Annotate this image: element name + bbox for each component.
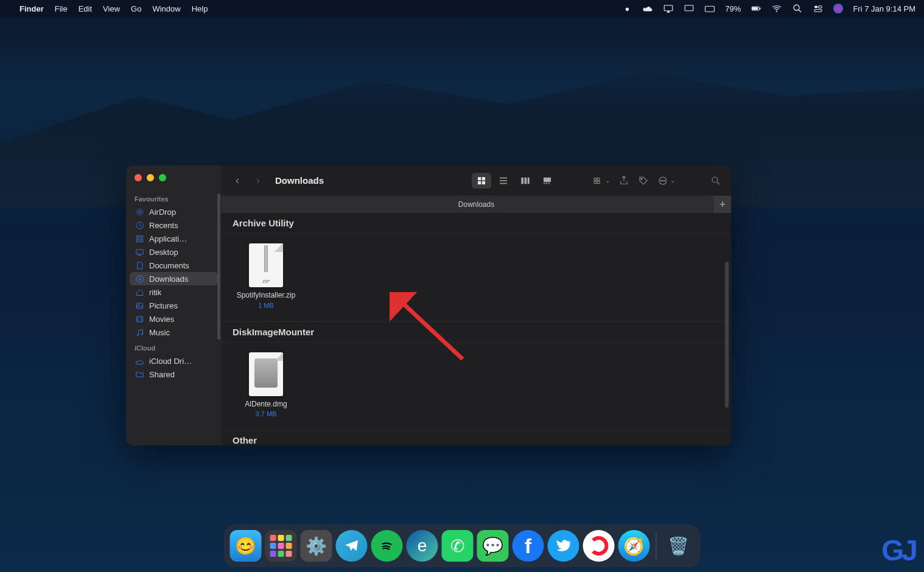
status-keyboard-icon[interactable]: [704, 3, 715, 14]
sidebar-item-documents[interactable]: Documents: [126, 259, 222, 272]
menu-help[interactable]: Help: [192, 4, 208, 13]
dock-facebook[interactable]: f: [513, 530, 544, 562]
watermark-logo: GJ: [881, 534, 915, 567]
status-display-icon[interactable]: [684, 3, 695, 14]
maximize-button[interactable]: [159, 174, 166, 181]
share-button[interactable]: [618, 175, 629, 186]
dock-telegram[interactable]: [336, 530, 368, 562]
sidebar-item-label: Documents: [149, 261, 189, 270]
dock: 😊 ⚙️ e ✆ 💬 f 🧭 🗑️: [224, 525, 701, 567]
sidebar-item-pictures[interactable]: Pictures: [126, 299, 222, 312]
content-area: ‹ › Downloads ⌄ ⌄ Downloads + A: [222, 166, 731, 445]
dock-finder[interactable]: 😊: [230, 530, 262, 562]
svg-point-7: [794, 5, 799, 10]
svg-rect-32: [500, 180, 507, 181]
dock-opera[interactable]: [583, 530, 615, 562]
svg-rect-17: [140, 235, 142, 238]
file-icon: [249, 352, 283, 396]
menubar: Finder File Edit View Go Window Help ● 7…: [0, 0, 924, 17]
dock-messages[interactable]: 💬: [477, 530, 509, 562]
dock-spotify[interactable]: [371, 530, 403, 562]
action-button[interactable]: ⌄: [657, 175, 675, 186]
dock-safari[interactable]: 🧭: [618, 530, 650, 562]
search-button[interactable]: [710, 175, 721, 186]
menu-go[interactable]: Go: [131, 4, 141, 13]
sidebar-item-desktop[interactable]: Desktop: [126, 245, 222, 259]
content-scrollbar[interactable]: [725, 262, 729, 408]
sidebar-item-applicati[interactable]: Applicati…: [126, 232, 222, 245]
dock-trash[interactable]: 🗑️: [663, 530, 695, 562]
dock-twitter[interactable]: [548, 530, 579, 562]
svg-point-12: [138, 211, 141, 213]
svg-rect-10: [819, 6, 822, 9]
desktop-icon: [135, 247, 144, 257]
menu-file[interactable]: File: [55, 4, 68, 13]
svg-rect-30: [482, 181, 485, 184]
dock-whatsapp[interactable]: ✆: [442, 530, 474, 562]
gallery-view-button[interactable]: [537, 173, 557, 189]
svg-rect-40: [548, 183, 550, 184]
group-button[interactable]: ⌄: [592, 175, 610, 186]
dock-settings[interactable]: ⚙️: [301, 530, 332, 562]
sidebar-item-ritik[interactable]: ritik: [126, 285, 222, 299]
tag-button[interactable]: [638, 175, 649, 186]
wifi-icon[interactable]: [771, 3, 782, 14]
column-view-button[interactable]: [516, 173, 535, 189]
siri-icon[interactable]: [833, 4, 843, 13]
dock-edge[interactable]: e: [407, 530, 438, 562]
sidebar-item-downloads[interactable]: Downloads: [130, 272, 218, 285]
add-tab-button[interactable]: +: [714, 196, 731, 213]
svg-point-49: [664, 180, 665, 181]
svg-rect-5: [760, 8, 761, 10]
sidebar-item-movies[interactable]: Movies: [126, 312, 222, 326]
svg-rect-28: [482, 177, 485, 180]
sidebar-item-shared[interactable]: Shared: [126, 368, 222, 381]
svg-point-45: [641, 178, 642, 179]
status-airplay-icon[interactable]: [663, 3, 674, 14]
battery-icon[interactable]: [751, 3, 761, 14]
svg-rect-41: [594, 178, 597, 180]
forward-button[interactable]: ›: [252, 174, 264, 187]
datetime[interactable]: Fri 7 Jan 9:14 PM: [853, 4, 915, 13]
sidebar-item-recents[interactable]: Recents: [126, 218, 222, 232]
svg-rect-4: [752, 7, 758, 10]
svg-rect-11: [814, 10, 822, 12]
pathbar-location[interactable]: Downloads: [458, 200, 494, 209]
svg-rect-37: [544, 177, 551, 182]
minimize-button[interactable]: [147, 174, 154, 181]
clock-icon: [135, 220, 144, 230]
window-controls: [126, 172, 222, 190]
status-cloud-icon[interactable]: [642, 3, 653, 14]
group-header[interactable]: DiskImageMounter: [222, 322, 731, 343]
menu-edit[interactable]: Edit: [79, 4, 92, 13]
svg-point-48: [662, 180, 663, 181]
back-button[interactable]: ‹: [231, 174, 243, 187]
dock-launchpad[interactable]: [265, 530, 297, 562]
sidebar-item-music[interactable]: Music: [126, 326, 222, 339]
status-dot-icon[interactable]: ●: [621, 3, 632, 14]
group-header[interactable]: Archive Utility: [222, 213, 731, 234]
sidebar-item-airdrop[interactable]: AirDrop: [126, 205, 222, 218]
spotlight-icon[interactable]: [792, 3, 803, 14]
svg-point-26: [141, 333, 143, 335]
folder-icon: [135, 369, 144, 379]
battery-percent[interactable]: 79%: [725, 4, 741, 13]
window-title: Downloads: [275, 175, 324, 186]
control-center-icon[interactable]: [813, 3, 824, 14]
group-header[interactable]: Other: [222, 430, 731, 445]
close-button[interactable]: [135, 174, 142, 181]
sidebar-item-label: AirDrop: [149, 208, 176, 217]
sidebar-item-label: ritik: [149, 288, 161, 297]
app-name[interactable]: Finder: [19, 4, 44, 13]
menu-view[interactable]: View: [103, 4, 120, 13]
svg-rect-27: [478, 177, 481, 180]
file-item[interactable]: SpotifyInstaller.zip1 MB: [233, 243, 299, 309]
sidebar-item-label: Applicati…: [149, 234, 187, 243]
menu-window[interactable]: Window: [152, 4, 180, 13]
sidebar-item-iclouddri[interactable]: iCloud Dri…: [126, 354, 222, 368]
icon-view-button[interactable]: [472, 173, 491, 189]
file-item[interactable]: AlDente.dmg3.7 MB: [233, 352, 299, 418]
grid-icon: [135, 234, 144, 243]
sidebar-scrollbar[interactable]: [217, 194, 220, 340]
list-view-button[interactable]: [494, 173, 513, 189]
